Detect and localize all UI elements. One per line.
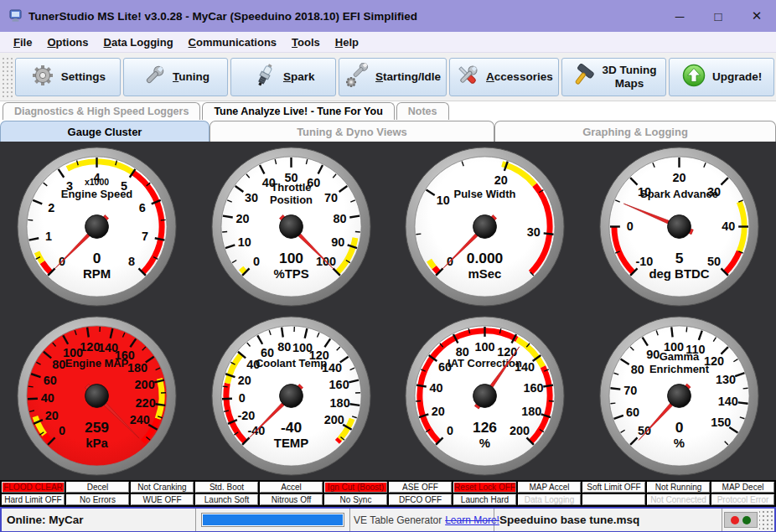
- tab-tuning-dyno-views[interactable]: Tuning & Dyno Views: [210, 121, 494, 142]
- indicator-empty-1: [582, 494, 645, 505]
- svg-text:20: 20: [45, 409, 59, 422]
- tab-diagnostics-high-speed-loggers[interactable]: Diagnostics & High Speed Loggers: [3, 102, 200, 120]
- tuning-button[interactable]: Tuning: [123, 58, 229, 96]
- svg-text:6: 6: [139, 201, 146, 214]
- gauge-engine-speed[interactable]: 012345678x1000Engine Speed0RPM: [14, 144, 179, 309]
- indicator-not-connected: Not Connected: [647, 494, 710, 505]
- svg-text:10: 10: [237, 235, 251, 248]
- menu-item-options[interactable]: Options: [40, 34, 95, 50]
- svg-text:200: 200: [324, 413, 344, 426]
- indicator-ign-cut-boost-: Ign Cut (Boost): [324, 482, 387, 493]
- tab-tune-analyze-live-tune-for-you[interactable]: Tune Analyze Live! - Tune For You: [202, 102, 394, 120]
- status-bar: Online: MyCar VE Table Generator Learn M…: [0, 507, 776, 532]
- svg-text:20: 20: [238, 373, 251, 386]
- menu-item-tools[interactable]: Tools: [285, 34, 327, 50]
- indicator-no-sync: No Sync: [324, 494, 387, 505]
- svg-text:180: 180: [329, 395, 349, 409]
- svg-text:180: 180: [127, 361, 147, 374]
- wrench-gear-icon: [344, 63, 370, 90]
- svg-text:50: 50: [638, 423, 651, 436]
- svg-text:160: 160: [329, 378, 349, 391]
- svg-text:80: 80: [53, 357, 66, 370]
- svg-text:40: 40: [430, 381, 443, 395]
- gauge-pulse-width[interactable]: 0102030Pulse Width0.000mSec: [402, 144, 567, 309]
- gauge-spark-advance[interactable]: -1001020304050Spark Advance5deg BTDC: [597, 144, 762, 309]
- svg-text:TEMP: TEMP: [274, 436, 308, 450]
- svg-text:200: 200: [510, 423, 530, 436]
- svg-text:20: 20: [494, 173, 508, 187]
- settings-label: Settings: [61, 70, 106, 84]
- wrench-icon: [142, 63, 167, 90]
- indicator-nitrous-off: Nitrous Off: [260, 494, 323, 505]
- gauge-cluster-panel: 012345678x1000Engine Speed0RPM0102030405…: [0, 142, 776, 480]
- accessories-button[interactable]: Accessories: [449, 58, 559, 96]
- svg-text:100: 100: [279, 250, 303, 266]
- svg-text:80: 80: [277, 340, 291, 354]
- indicator-protocol-error: Protocol Error: [711, 494, 774, 505]
- top-tab-row: Diagnostics & High Speed LoggersTune Ana…: [0, 101, 776, 120]
- menu-item-file[interactable]: File: [7, 34, 39, 50]
- upgrade-label: Upgrade!: [712, 70, 762, 84]
- svg-text:%: %: [674, 436, 685, 450]
- svg-text:0.000: 0.000: [467, 250, 504, 266]
- close-button[interactable]: ✕: [737, 0, 776, 32]
- svg-text:0: 0: [59, 423, 65, 436]
- resize-grip[interactable]: [759, 509, 774, 531]
- indicator-flood-clear: FLOOD CLEAR: [2, 482, 65, 493]
- starting-idle-button[interactable]: Starting/Idle: [339, 58, 447, 96]
- tab-graphing-logging[interactable]: Graphing & Logging: [494, 121, 776, 142]
- upgrade-arrow-icon: [681, 63, 706, 90]
- minimize-button[interactable]: ─: [660, 0, 699, 32]
- crossed-tools-icon: [455, 63, 480, 90]
- title-bar[interactable]: TunerStudio MS Lite! v3.0.28 - MyCar (Sp…: [0, 0, 776, 32]
- svg-text:80: 80: [631, 363, 644, 376]
- gauge-throttle-position[interactable]: 0102030405060708090100ThrottlePosition10…: [209, 144, 374, 309]
- indicator-hard-limit-off: Hard Limit OFF: [2, 494, 65, 505]
- svg-text:70: 70: [324, 190, 338, 204]
- indicator-data-logging: Data Logging: [518, 494, 581, 505]
- menu-item-communications[interactable]: Communications: [182, 34, 283, 50]
- tab-gauge-cluster[interactable]: Gauge Cluster: [0, 121, 210, 142]
- main-tab-row: Gauge ClusterTuning & Dyno ViewsGraphing…: [0, 120, 776, 142]
- app-icon: [8, 8, 23, 23]
- indicator-launch-soft: Launch Soft: [195, 494, 258, 505]
- rx-light-icon: [731, 516, 739, 524]
- svg-text:150: 150: [711, 415, 731, 428]
- svg-text:160: 160: [524, 381, 544, 395]
- indicator-wue-off: WUE OFF: [131, 494, 194, 505]
- svg-text:30: 30: [245, 190, 258, 204]
- svg-text:kPa: kPa: [85, 436, 108, 450]
- gauge-engine-map[interactable]: 020406080100120140160180200220240Engine …: [14, 313, 179, 478]
- tab-notes[interactable]: Notes: [396, 102, 449, 120]
- menu-item-help[interactable]: Help: [329, 34, 365, 50]
- gauge-coolant-temp[interactable]: -40-20020406080100120140160180200Coolant…: [209, 313, 374, 478]
- toolbar-buttons: SettingsTuningSparkStarting/IdleAccessor…: [15, 58, 774, 96]
- svg-text:259: 259: [85, 419, 109, 436]
- indicator-accel: Accel: [260, 482, 323, 493]
- svg-text:40: 40: [722, 220, 735, 233]
- svg-text:126: 126: [473, 419, 497, 436]
- svg-text:130: 130: [716, 373, 736, 386]
- tune-file-name: Speeduino base tune.msq: [499, 514, 639, 526]
- svg-text:Coolant Temp: Coolant Temp: [256, 356, 327, 369]
- indicator-reset-lock-off: Reset Lock OFF: [453, 482, 516, 493]
- svg-text:-20: -20: [237, 409, 255, 422]
- gauge-gamma-enrichment[interactable]: 5060708090100110120130140150GammaEnrichm…: [597, 313, 762, 478]
- upgrade-button[interactable]: Upgrade!: [669, 58, 774, 96]
- settings-button[interactable]: Settings: [15, 58, 121, 96]
- svg-text:8: 8: [128, 254, 135, 267]
- spark-button[interactable]: Spark: [230, 58, 336, 96]
- gauge-iat-correction[interactable]: 020406080100120140160180200IAT Correctio…: [402, 313, 567, 478]
- svg-text:-40: -40: [281, 419, 302, 436]
- app-window: TunerStudio MS Lite! v3.0.28 - MyCar (Sp…: [0, 0, 776, 532]
- menu-item-data-logging[interactable]: Data Logging: [97, 34, 180, 50]
- maximize-button[interactable]: □: [699, 0, 737, 32]
- indicator-decel: Decel: [66, 482, 129, 493]
- toolbar-drag-handle[interactable]: [2, 57, 13, 97]
- learn-more-link[interactable]: Learn More!: [445, 514, 499, 526]
- 3d-tuning-maps-button[interactable]: 3D TuningMaps: [561, 58, 667, 96]
- svg-text:20: 20: [432, 404, 445, 417]
- svg-text:100: 100: [475, 339, 495, 353]
- indicator-panel: FLOOD CLEARDecelNot CrankingStd. BootAcc…: [0, 480, 776, 507]
- svg-text:5: 5: [675, 250, 683, 266]
